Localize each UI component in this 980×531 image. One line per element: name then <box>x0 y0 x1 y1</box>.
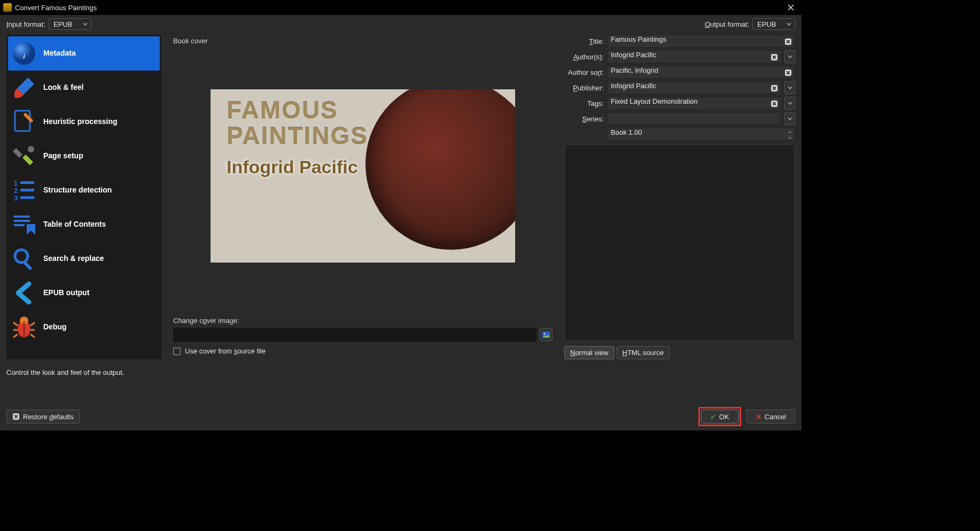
sidebar-item-label: Heuristic processing <box>43 117 118 127</box>
check-icon: ✓ <box>710 413 716 421</box>
metadata-panel: Title: Famous Paintings Author(s): Infog… <box>564 35 795 359</box>
sidebar-item-label: Table of Contents <box>43 220 106 229</box>
window-close-button[interactable] <box>783 2 798 13</box>
book-index-up[interactable] <box>786 129 794 135</box>
clear-authorsort-button[interactable] <box>784 68 792 77</box>
series-input[interactable] <box>607 112 781 125</box>
chevron-down-icon <box>788 117 792 120</box>
cancel-button[interactable]: ✕ Cancel <box>746 410 795 424</box>
cover-panel: Book cover FAMOUS PAINTINGS Infogrid Pac… <box>167 35 559 359</box>
svg-point-5 <box>28 146 34 152</box>
close-icon <box>788 4 794 11</box>
svg-rect-9 <box>20 181 34 184</box>
sidebar-item-heuristic-processing[interactable]: Heuristic processing <box>8 105 160 139</box>
tags-input[interactable]: Fixed Layout Demonstration <box>607 97 781 110</box>
input-format-value: EPUB <box>53 20 72 28</box>
format-bar: Input format: EPUB Output format: EPUB <box>0 15 802 33</box>
book-index-down[interactable] <box>786 135 794 140</box>
title-input[interactable]: Famous Paintings <box>607 35 795 48</box>
svg-text:i: i <box>23 52 25 60</box>
clear-icon <box>12 413 20 420</box>
titlebar: Convert Famous Paintings <box>0 0 802 15</box>
svg-rect-10 <box>20 189 34 191</box>
sidebar-item-debug[interactable]: Debug <box>8 310 160 344</box>
chevron-down-icon <box>788 102 792 105</box>
browse-cover-button[interactable] <box>540 328 553 341</box>
cover-title-line2: PAINTINGS <box>227 121 368 150</box>
svg-text:1: 1 <box>14 179 18 187</box>
footer: Control the look and feel of the output.… <box>0 361 802 430</box>
sidebar-item-label: Search & replace <box>43 254 104 264</box>
sidebar-item-label: Debug <box>43 322 67 332</box>
sidebar-item-label: EPUB output <box>43 288 89 298</box>
sidebar-item-look-and-feel[interactable]: Look & feel <box>8 71 160 105</box>
ok-highlight: ✓ OK <box>698 407 741 426</box>
use-source-cover-label: Use cover from source file <box>185 347 266 355</box>
sidebar: i Metadata Look & feel Heuristic process… <box>6 35 161 359</box>
publisher-field-label: Publisher: <box>564 84 604 92</box>
authors-input[interactable]: Infogrid Pacific <box>607 50 781 63</box>
info-icon: i <box>11 41 37 66</box>
clear-authors-button[interactable] <box>770 53 779 61</box>
input-format-select[interactable]: EPUB <box>49 18 91 30</box>
toc-icon <box>11 212 37 237</box>
tags-field-label: Tags: <box>564 99 604 107</box>
output-format-select[interactable]: EPUB <box>752 18 795 30</box>
book-cover-label: Book cover <box>173 37 553 45</box>
chevron-down-icon <box>788 86 792 89</box>
sidebar-item-metadata[interactable]: i Metadata <box>8 36 160 71</box>
svg-rect-16 <box>24 261 33 271</box>
output-format-label: Output format: <box>705 20 749 28</box>
svg-text:3: 3 <box>14 194 18 202</box>
svg-text:2: 2 <box>14 187 18 195</box>
use-source-cover-checkbox[interactable] <box>173 348 181 355</box>
change-cover-label: Change cover image: <box>173 317 553 325</box>
cancel-label: Cancel <box>765 413 786 421</box>
bug-icon <box>11 314 37 340</box>
clear-title-button[interactable] <box>784 37 792 46</box>
sidebar-item-search-replace[interactable]: Search & replace <box>8 242 160 276</box>
authorsort-field-label: Author sort: <box>564 68 604 76</box>
svg-rect-13 <box>14 220 30 222</box>
ok-label: OK <box>719 413 729 421</box>
tab-html-source[interactable]: HTML source <box>617 346 670 359</box>
picture-icon <box>542 330 550 339</box>
svg-rect-4 <box>23 112 34 123</box>
sidebar-item-page-setup[interactable]: Page setup <box>8 139 160 173</box>
tags-dropdown-button[interactable] <box>784 97 795 110</box>
sidebar-item-epub-output[interactable]: EPUB output <box>8 276 160 310</box>
publisher-dropdown-button[interactable] <box>784 81 795 94</box>
clear-tags-button[interactable] <box>770 99 779 108</box>
sidebar-item-label: Look & feel <box>43 83 83 93</box>
svg-rect-3 <box>15 111 30 131</box>
svg-point-21 <box>544 333 546 335</box>
sidebar-item-structure-detection[interactable]: 123 Structure detection <box>8 173 160 207</box>
output-format-value: EPUB <box>757 20 776 28</box>
sidebar-item-label: Page setup <box>43 151 83 161</box>
svg-rect-11 <box>20 196 34 199</box>
svg-point-15 <box>15 250 28 263</box>
book-index-input[interactable]: Book 1.00 <box>607 128 795 141</box>
cover-image: FAMOUS PAINTINGS Infogrid Pacific <box>211 89 515 263</box>
restore-defaults-button[interactable]: Restore defaults <box>6 410 80 424</box>
tab-normal-view[interactable]: Normal view <box>564 346 615 359</box>
series-dropdown-button[interactable] <box>784 112 795 125</box>
authors-dropdown-button[interactable] <box>784 50 795 63</box>
chevron-down-icon <box>788 55 792 58</box>
clear-publisher-button[interactable] <box>770 84 779 93</box>
authorsort-input[interactable]: Pacific, Infogrid <box>607 66 795 79</box>
ok-button[interactable]: ✓ OK <box>701 410 738 424</box>
cover-title-line1: FAMOUS <box>227 96 338 125</box>
x-icon: ✕ <box>756 413 761 421</box>
tools-icon <box>11 143 37 169</box>
chevron-down-icon <box>83 22 88 26</box>
comments-textarea[interactable] <box>564 144 795 341</box>
sidebar-item-label: Structure detection <box>43 186 112 195</box>
sidebar-item-table-of-contents[interactable]: Table of Contents <box>8 207 160 242</box>
restore-defaults-label: Restore defaults <box>23 413 74 421</box>
publisher-input[interactable]: Infogrid Pacific <box>607 81 781 94</box>
chevron-down-icon <box>787 22 791 26</box>
search-icon <box>11 246 37 272</box>
cover-path-input[interactable] <box>173 328 536 342</box>
cover-subtitle: Infogrid Pacific <box>227 157 358 178</box>
